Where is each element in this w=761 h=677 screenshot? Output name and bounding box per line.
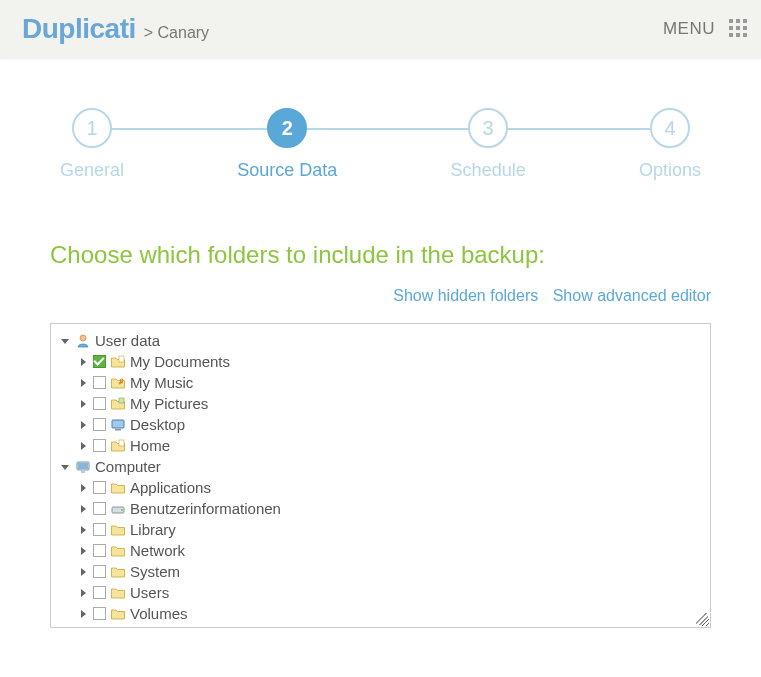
tree-node-label: Home [130,435,170,456]
tree-node[interactable]: System [59,561,702,582]
step-number: 2 [267,108,307,148]
include-checkbox[interactable] [93,523,106,536]
tree-options-row: Show hidden folders Show advanced editor [50,287,711,305]
tree-node-label: My Music [130,372,193,393]
menu-button[interactable]: MENU [663,19,749,39]
breadcrumb: > Canary [144,24,209,42]
menu-label: MENU [663,19,715,39]
tree-node-label: Computer [95,456,161,477]
step-label: Schedule [451,160,526,181]
expand-icon[interactable] [77,524,89,536]
svg-rect-4 [115,429,121,431]
folder-tree[interactable]: User dataMy DocumentsMy MusicMy Pictures… [50,323,711,628]
include-checkbox[interactable] [93,418,106,431]
step-source-data[interactable]: 2 Source Data [237,108,337,181]
include-checkbox[interactable] [93,355,106,368]
folder-icon [110,585,126,601]
stepper-line [100,128,661,130]
tree-node-label: Users [130,582,169,603]
tree-node-label: System [130,561,180,582]
include-checkbox[interactable] [93,439,106,452]
expand-icon[interactable] [77,608,89,620]
expand-icon[interactable] [77,482,89,494]
expand-icon[interactable] [77,356,89,368]
folder-icon [110,480,126,496]
expand-icon[interactable] [77,398,89,410]
app-header: Duplicati > Canary MENU [0,0,761,58]
tree-node-label: Network [130,540,185,561]
step-number: 4 [650,108,690,148]
tree-node[interactable]: My Pictures [59,393,702,414]
folder-icon [110,564,126,580]
folder-icon [110,627,126,629]
section-title: Choose which folders to include in the b… [50,241,711,269]
user-icon [75,333,91,349]
collapse-icon[interactable] [59,335,71,347]
folder-icon [110,522,126,538]
svg-rect-7 [78,463,88,469]
step-schedule[interactable]: 3 Schedule [451,108,526,181]
tree-node[interactable]: My Documents [59,351,702,372]
step-general[interactable]: 1 General [60,108,124,181]
step-label: General [60,160,124,181]
svg-rect-5 [119,440,124,446]
include-checkbox[interactable] [93,565,106,578]
tree-node[interactable]: Benutzerinformationen [59,498,702,519]
expand-icon[interactable] [77,377,89,389]
include-checkbox[interactable] [93,397,106,410]
tree-node-label: My Pictures [130,393,208,414]
tree-node[interactable]: Applications [59,477,702,498]
tree-node-label: Benutzerinformationen [130,498,281,519]
svg-rect-8 [81,471,85,473]
include-checkbox[interactable] [93,607,106,620]
computer-icon [75,459,91,475]
expand-icon[interactable] [77,419,89,431]
svg-point-10 [121,509,123,511]
step-number: 3 [468,108,508,148]
expand-icon[interactable] [77,440,89,452]
expand-icon[interactable] [77,503,89,515]
tree-node[interactable]: bin [59,624,702,628]
tree-node[interactable]: Computer [59,456,702,477]
include-checkbox[interactable] [93,481,106,494]
show-hidden-folders-link[interactable]: Show hidden folders [393,287,538,304]
folder-pic-icon [110,396,126,412]
include-checkbox[interactable] [93,544,106,557]
menu-grid-icon [729,19,749,39]
step-number: 1 [72,108,112,148]
tree-node-label: Desktop [130,414,185,435]
show-advanced-editor-link[interactable]: Show advanced editor [553,287,711,304]
tree-node[interactable]: Library [59,519,702,540]
brand-area: Duplicati > Canary [22,13,209,45]
folder-icon [110,543,126,559]
tree-node[interactable]: Network [59,540,702,561]
svg-rect-2 [119,398,124,403]
tree-node-label: Applications [130,477,211,498]
folder-music-icon [110,375,126,391]
tree-node[interactable]: Home [59,435,702,456]
folder-doc-icon [110,354,126,370]
tree-node[interactable]: Volumes [59,603,702,624]
collapse-icon[interactable] [59,461,71,473]
tree-node[interactable]: Desktop [59,414,702,435]
step-label: Options [639,160,701,181]
wizard-stepper: 1 General 2 Source Data 3 Schedule 4 Opt… [60,108,701,181]
tree-node[interactable]: My Music [59,372,702,393]
expand-icon[interactable] [77,545,89,557]
tree-node[interactable]: Users [59,582,702,603]
tree-node[interactable]: User data [59,330,702,351]
folder-doc-icon [110,438,126,454]
include-checkbox[interactable] [93,502,106,515]
tree-node-label: My Documents [130,351,230,372]
step-label: Source Data [237,160,337,181]
expand-icon[interactable] [77,566,89,578]
step-options[interactable]: 4 Options [639,108,701,181]
app-logo-text[interactable]: Duplicati [22,13,136,45]
expand-icon[interactable] [77,587,89,599]
tree-node-label: Volumes [130,603,188,624]
tree-node-label: bin [130,624,150,628]
include-checkbox[interactable] [93,376,106,389]
folder-icon [110,606,126,622]
svg-rect-1 [119,356,124,362]
include-checkbox[interactable] [93,586,106,599]
